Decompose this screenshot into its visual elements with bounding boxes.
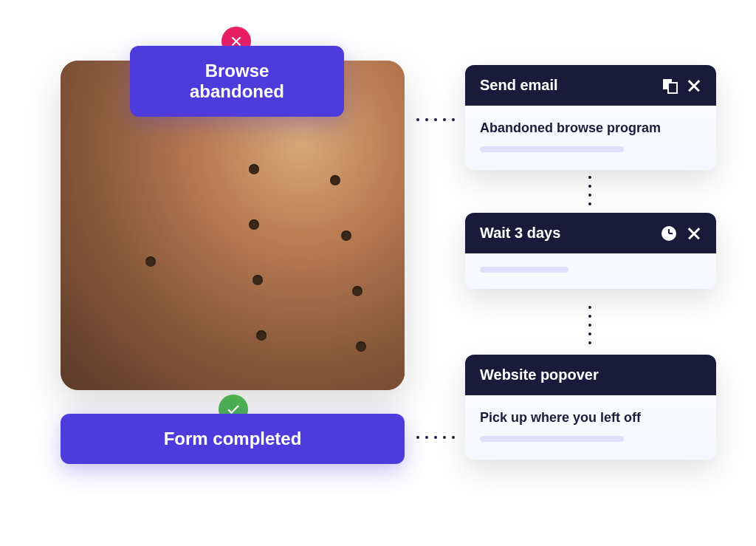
progress-bar <box>480 267 568 273</box>
flow-card-label: Abandoned browse program <box>480 120 701 136</box>
flow-card-label: Pick up where you left off <box>480 410 701 426</box>
flow-card-send-email[interactable]: Send email Abandoned browse program <box>465 65 716 170</box>
flow-card-body: Abandoned browse program <box>465 106 716 170</box>
trigger-browse-abandoned[interactable]: Browse abandoned <box>130 46 344 117</box>
flow-card-header: Website popover <box>465 355 716 395</box>
copy-icon[interactable] <box>663 79 676 92</box>
trigger-label: Form completed <box>164 429 302 448</box>
close-icon[interactable] <box>687 78 701 93</box>
close-icon[interactable] <box>687 226 701 241</box>
flow-card-website-popover[interactable]: Website popover Pick up where you left o… <box>465 355 716 460</box>
clock-icon <box>662 226 676 241</box>
flow-card-title: Wait 3 days <box>480 225 560 242</box>
flow-card-header: Wait 3 days <box>465 213 716 253</box>
flow-card-wait[interactable]: Wait 3 days <box>465 213 716 289</box>
flow-card-body <box>465 253 716 289</box>
progress-bar <box>480 146 624 152</box>
connector-dots <box>588 176 591 205</box>
flow-card-header: Send email <box>465 65 716 106</box>
flow-card-body: Pick up where you left off <box>465 395 716 460</box>
progress-bar <box>480 436 624 442</box>
connector-dots <box>588 306 591 344</box>
flow-card-title: Send email <box>480 77 558 94</box>
connector-dots <box>416 436 455 439</box>
trigger-form-completed[interactable]: Form completed <box>61 414 405 464</box>
flow-card-title: Website popover <box>480 366 599 383</box>
connector-dots <box>416 118 455 121</box>
trigger-label: Browse abandoned <box>190 61 284 101</box>
